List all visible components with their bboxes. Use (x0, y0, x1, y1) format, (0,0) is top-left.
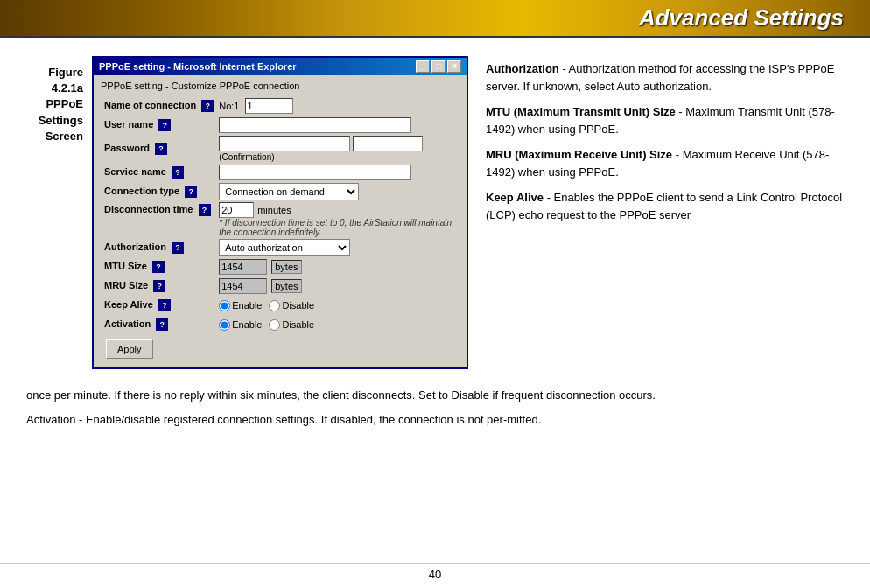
activation-disable-label: Disable (269, 319, 314, 331)
service-name-input[interactable] (219, 164, 411, 180)
dialog-body: PPPoE setting - Customize PPPoE connecti… (94, 75, 467, 368)
table-row: Keep Alive ? Enable Disable (101, 296, 460, 315)
keep-alive-enable-label: Enable (219, 300, 262, 312)
help-icon[interactable]: ? (185, 186, 197, 198)
page-footer: 40 (0, 564, 870, 581)
activation-desc-text: - Enable/disable registered connection s… (79, 413, 541, 426)
value-username (217, 116, 460, 135)
authorization-select[interactable]: Auto authorization PAP CHAP (219, 239, 350, 256)
disconnection-time-input[interactable] (219, 202, 254, 218)
label-activation: Activation ? (101, 315, 217, 334)
keepalive-continuation: once per minute. If there is no reply wi… (26, 387, 844, 404)
disconnection-note: * If disconnection time is set to 0, the… (219, 218, 458, 237)
no1-input[interactable] (245, 98, 293, 114)
password-input[interactable] (219, 136, 350, 151)
disable-bold: Disable (452, 388, 489, 402)
close-button[interactable]: ✕ (447, 60, 461, 73)
help-icon[interactable]: ? (199, 204, 211, 216)
mtu-description: MTU (Maximum Transmit Unit) Size - Maxim… (486, 103, 844, 137)
maximize-button[interactable]: □ (431, 60, 446, 73)
label-keep-alive: Keep Alive ? (101, 296, 217, 315)
pppoe-dialog: PPPoE setting - Microsoft Internet Explo… (92, 56, 468, 369)
table-row: Disconnection time ? minutes * If discon… (101, 201, 460, 238)
keep-alive-disable-label: Disable (269, 300, 314, 312)
value-keep-alive: Enable Disable (217, 296, 460, 315)
value-activation: Enable Disable (217, 315, 460, 334)
mru-bytes-label: bytes (271, 279, 301, 293)
table-row: Activation ? Enable Disable (101, 315, 460, 334)
password-confirm-input[interactable] (353, 136, 423, 151)
minutes-label: minutes (257, 205, 291, 215)
table-row: MTU Size ? bytes (101, 257, 460, 276)
mru-size-input[interactable] (219, 278, 267, 294)
table-row: Authorization ? Auto authorization PAP C… (101, 238, 460, 257)
dialog-subtitle: PPPoE setting - Customize PPPoE connecti… (101, 80, 460, 91)
value-mru-size: bytes (217, 276, 460, 296)
mtu-size-input[interactable] (219, 259, 267, 275)
value-mtu-size: bytes (217, 257, 460, 276)
value-name-of-connection: No:1 (217, 96, 460, 116)
help-icon[interactable]: ? (158, 299, 171, 312)
mtu-term: MTU (Maximum Transmit Unit) Size (486, 105, 676, 118)
keep-alive-disable-radio[interactable] (269, 300, 280, 312)
label-mru-size: MRU Size ? (101, 276, 217, 296)
page-number: 40 (429, 568, 441, 581)
table-row: Connection type ? Connection on demand K… (101, 182, 460, 201)
dialog-title: PPPoE setting - Microsoft Internet Explo… (99, 61, 297, 72)
dialog-titlebar: PPPoE setting - Microsoft Internet Explo… (94, 58, 467, 75)
value-connection-type: Connection on demand Keep alive (217, 182, 460, 201)
table-row: MRU Size ? bytes (101, 276, 460, 296)
label-disconnection-time: Disconnection time ? (101, 201, 217, 238)
label-service-name: Service name ? (101, 163, 217, 182)
keepalive-term: Keep Alive (486, 191, 544, 204)
bottom-text-section: once per minute. If there is no reply wi… (0, 387, 870, 428)
table-row: Service name ? (101, 163, 460, 182)
activation-description: Activation - Enable/disable registered c… (26, 411, 844, 429)
label-username: User name ? (101, 116, 217, 135)
authorization-description: Authorization - Authorization method for… (486, 60, 844, 94)
label-name-of-connection: Name of connection ? (101, 96, 217, 116)
keepalive-description: Keep Alive - Enables the PPPoE client to… (486, 189, 844, 223)
label-mtu-size: MTU Size ? (101, 257, 217, 276)
main-content: Figure4.2.1aPPPoESettingsScreen PPPoE se… (0, 38, 870, 387)
confirmation-label: (Confirmation) (219, 152, 274, 162)
activation-term: Activation (26, 413, 75, 426)
value-password: (Confirmation) (217, 135, 460, 163)
activation-enable-radio[interactable] (219, 319, 230, 331)
help-icon[interactable]: ? (172, 166, 184, 178)
help-icon[interactable]: ? (158, 119, 171, 131)
table-row: Name of connection ? No:1 (101, 96, 460, 116)
mtu-bytes-label: bytes (271, 260, 301, 274)
minimize-button[interactable]: _ (416, 60, 430, 73)
figure-label: Figure4.2.1aPPPoESettingsScreen (26, 56, 83, 144)
help-icon[interactable]: ? (156, 318, 168, 331)
value-service-name (217, 163, 460, 182)
table-row: Password ? (Confirmation) (101, 135, 460, 163)
value-authorization: Auto authorization PAP CHAP (217, 238, 460, 257)
help-icon[interactable]: ? (172, 242, 184, 254)
table-row: User name ? (101, 116, 460, 135)
help-icon[interactable]: ? (155, 143, 167, 155)
label-connection-type: Connection type ? (101, 182, 217, 201)
value-disconnection-time: minutes * If disconnection time is set t… (217, 201, 460, 238)
help-icon[interactable]: ? (201, 100, 214, 112)
mru-term: MRU (Maximum Receive Unit) Size (486, 148, 672, 161)
keep-alive-enable-radio[interactable] (219, 300, 230, 312)
username-input[interactable] (219, 117, 411, 133)
right-section: Authorization - Authorization method for… (486, 56, 844, 369)
activation-disable-radio[interactable] (269, 319, 280, 331)
mru-description: MRU (Maximum Receive Unit) Size - Maximu… (486, 146, 844, 180)
help-icon[interactable]: ? (153, 280, 165, 292)
left-section: Figure4.2.1aPPPoESettingsScreen PPPoE se… (26, 56, 468, 369)
label-authorization: Authorization ? (101, 238, 217, 257)
settings-table: Name of connection ? No:1 User name ? (101, 96, 460, 334)
help-icon[interactable]: ? (152, 261, 165, 273)
authorization-term: Authorization (486, 62, 559, 75)
titlebar-buttons: _ □ ✕ (416, 60, 461, 73)
connection-type-select[interactable]: Connection on demand Keep alive (219, 183, 359, 200)
activation-enable-label: Enable (219, 319, 262, 331)
page-title: Advanced Settings (639, 4, 844, 32)
page-header: Advanced Settings (0, 0, 870, 38)
apply-button[interactable]: Apply (106, 340, 153, 359)
label-password: Password ? (101, 135, 217, 163)
